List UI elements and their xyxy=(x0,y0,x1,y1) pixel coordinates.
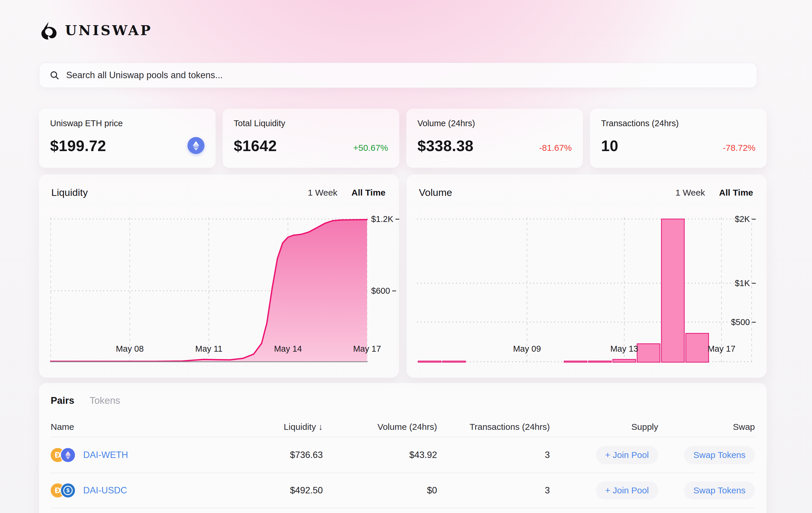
liquidity-range-1week[interactable]: 1 Week xyxy=(308,188,338,198)
volume-bar xyxy=(564,361,587,362)
stat-value: 10 xyxy=(601,137,618,155)
stat-card-eth-price: Uniswap ETH price $199.72 xyxy=(39,109,215,168)
y-axis-label: $1.2K xyxy=(371,213,399,225)
stat-card-transactions-24h: Transactions (24hrs) 10 -78.72% xyxy=(590,109,766,168)
usdc-icon: $ xyxy=(61,483,75,497)
stat-value: $1642 xyxy=(234,137,277,155)
pair-link[interactable]: DAI-USDC xyxy=(83,485,127,496)
pair-link[interactable]: DAI-WETH xyxy=(83,450,128,460)
eth-icon xyxy=(187,137,204,154)
stat-change: +50.67% xyxy=(353,143,388,153)
stat-value: $199.72 xyxy=(50,137,106,155)
brand-name: UNISWAP xyxy=(65,23,152,38)
col-header-swap: Swap xyxy=(658,422,755,432)
stat-card-total-liquidity: Total Liquidity $1642 +50.67% xyxy=(223,109,399,168)
y-axis-label: $500 xyxy=(719,316,756,328)
volume-bar xyxy=(443,361,465,362)
pair-token-icons: Đ xyxy=(51,448,75,462)
join-pool-button[interactable]: + Join Pool xyxy=(596,446,658,464)
x-axis-label: May 14 xyxy=(263,344,313,354)
col-header-supply: Supply xyxy=(550,422,658,432)
stat-label: Transactions (24hrs) xyxy=(601,119,755,128)
table-body: Đ DAI-WETH $736.63 $43.92 3 + J xyxy=(51,437,755,508)
volume-bar xyxy=(613,359,636,362)
uniswap-analytics-page: UNISWAP Uniswap ETH price $199.72 xyxy=(0,0,812,513)
x-axis-label: May 08 xyxy=(105,344,155,354)
unicorn-eye xyxy=(51,30,52,31)
volume-bar xyxy=(418,361,441,362)
cell-liquidity: $492.50 xyxy=(229,485,323,496)
liquidity-area-chart: $1.2K$600May 08May 11May 14May 17 xyxy=(51,217,368,362)
stat-cards-row: Uniswap ETH price $199.72 Total Liquidit… xyxy=(39,109,766,168)
cell-transactions: 3 xyxy=(437,450,550,460)
x-axis-label: May 13 xyxy=(599,344,649,354)
tab-tokens[interactable]: Tokens xyxy=(90,395,120,406)
volume-range-alltime[interactable]: All Time xyxy=(719,188,753,198)
col-header-transactions[interactable]: Transactions (24hrs) xyxy=(437,422,550,432)
liquidity-chart-card: Liquidity 1 Week All Time $1.2K$600May 0… xyxy=(39,175,399,378)
weth-icon xyxy=(61,448,75,462)
x-axis-label: May 09 xyxy=(502,344,552,354)
col-header-liquidity[interactable]: Liquidity ↓ xyxy=(229,422,323,432)
x-axis-label: May 11 xyxy=(184,344,234,354)
tab-pairs[interactable]: Pairs xyxy=(51,395,75,406)
cell-volume: $43.92 xyxy=(323,450,437,460)
liquidity-range-alltime[interactable]: All Time xyxy=(351,188,385,198)
search-icon xyxy=(49,70,60,81)
y-axis-label: $1K xyxy=(719,277,756,289)
volume-chart-title: Volume xyxy=(419,187,452,198)
liquidity-chart-title: Liquidity xyxy=(51,187,88,198)
volume-bar xyxy=(661,219,684,362)
stat-label: Uniswap ETH price xyxy=(50,119,204,128)
stat-change: -78.72% xyxy=(723,143,755,153)
x-axis-label: May 17 xyxy=(342,344,392,354)
y-axis-label: $600 xyxy=(371,284,396,297)
uniswap-logo-icon xyxy=(40,21,59,40)
stat-label: Total Liquidity xyxy=(234,119,388,128)
brand[interactable]: UNISWAP xyxy=(40,21,152,40)
pairs-table-card: Pairs Tokens Name Liquidity ↓ Volume (24… xyxy=(39,383,766,513)
volume-range-1week[interactable]: 1 Week xyxy=(675,188,705,198)
cell-volume: $0 xyxy=(323,485,437,496)
stat-change: -81.67% xyxy=(539,143,572,153)
pair-token-icons: Đ $ xyxy=(51,483,75,497)
search-input[interactable] xyxy=(66,70,747,81)
volume-bar xyxy=(588,361,611,362)
cell-liquidity: $736.63 xyxy=(229,450,323,460)
table-row[interactable]: Đ DAI-WETH $736.63 $43.92 3 + J xyxy=(51,437,755,473)
join-pool-button[interactable]: + Join Pool xyxy=(596,481,658,500)
stat-label: Volume (24hrs) xyxy=(417,119,572,128)
stat-value: $338.38 xyxy=(417,137,473,155)
volume-bar-chart: $2K$1K$500May 09May 13May 17 xyxy=(417,217,752,362)
table-header-row: Name Liquidity ↓ Volume (24hrs) Transact… xyxy=(51,421,755,433)
stat-card-volume-24h: Volume (24hrs) $338.38 -81.67% xyxy=(406,109,583,168)
table-row[interactable]: Đ $ DAI-USDC $492.50 $0 3 + Join Pool Sw… xyxy=(51,473,755,508)
col-header-name[interactable]: Name xyxy=(51,422,229,432)
search-bar[interactable] xyxy=(39,63,757,88)
swap-tokens-button[interactable]: Swap Tokens xyxy=(684,481,755,500)
col-header-volume[interactable]: Volume (24hrs) xyxy=(323,422,437,432)
y-axis-label: $2K xyxy=(719,213,756,225)
volume-chart-card: Volume 1 Week All Time $2K$1K$500May 09M… xyxy=(407,175,766,378)
x-axis-label: May 17 xyxy=(697,344,746,354)
cell-transactions: 3 xyxy=(437,485,550,496)
swap-tokens-button[interactable]: Swap Tokens xyxy=(684,446,755,464)
